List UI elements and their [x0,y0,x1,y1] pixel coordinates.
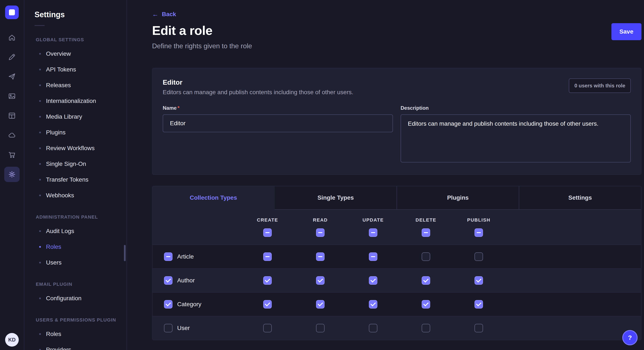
publish-checkbox[interactable] [474,252,483,261]
user-avatar[interactable]: KD [5,333,19,347]
description-field-label: Description [400,105,631,111]
nav-content-type-builder[interactable] [4,108,20,123]
app-window: KD Settings GLOBAL SETTINGS Overview API… [0,0,644,350]
tab-collection-types[interactable]: Collection Types [152,186,275,210]
bullet-icon [39,230,41,232]
delete-checkbox[interactable] [422,324,430,332]
create-checkbox[interactable] [263,324,272,332]
sidebar-item-label: Audit Logs [46,228,74,234]
update-checkbox[interactable] [369,252,377,261]
nav-marketplace[interactable] [4,147,20,163]
bullet-icon [39,53,41,55]
column-header-read: READ [294,217,347,223]
create-checkbox[interactable] [263,276,272,285]
content-type-label: Article [177,253,194,260]
sidebar-item-plugins[interactable]: Plugins [34,125,126,140]
content-type-label: User [177,325,190,332]
sidebar-item-label: Webhooks [46,192,74,199]
bullet-icon [39,116,41,118]
role-heading: Editor [163,78,353,86]
publish-checkbox[interactable] [474,300,483,309]
nav-settings[interactable] [4,167,20,182]
tab-settings[interactable]: Settings [519,186,641,210]
update-checkbox[interactable] [369,300,377,309]
bullet-icon [39,84,41,86]
page-title: Edit a role [152,23,252,38]
help-button[interactable]: ? [622,330,638,345]
update-checkbox[interactable] [369,324,377,332]
tab-single-types[interactable]: Single Types [275,186,397,210]
sidebar-item-audit-logs[interactable]: Audit Logs [34,223,126,239]
bullet-icon [39,246,41,248]
delete-checkbox[interactable] [422,252,430,261]
sidebar-item-label: Roles [46,243,61,250]
role-heading-description: Editors can manage and publish contents … [163,89,353,96]
select-all-read-checkbox[interactable] [316,228,324,237]
nav-home[interactable] [4,30,20,45]
users-with-role-badge[interactable]: 0 users with this role [569,78,631,93]
description-field-group: Description Editors can manage and publi… [400,105,631,164]
sidebar-item-providers[interactable]: Providers [34,342,126,350]
sidebar-item-label: API Tokens [46,66,76,73]
sidebar-scrollbar[interactable] [124,245,126,261]
permission-row-user: User [152,316,641,340]
sidebar-item-internationalization[interactable]: Internationalization [34,93,126,109]
role-description-textarea[interactable]: Editors can manage and publish contents … [400,114,631,163]
permission-row-author: Author [152,268,641,292]
sidebar-item-media-library[interactable]: Media Library [34,109,126,125]
read-checkbox[interactable] [316,252,324,261]
back-link[interactable]: ← Back [152,11,176,18]
sidebar-item-releases[interactable]: Releases [34,77,126,93]
select-all-update-checkbox[interactable] [369,228,377,237]
sidebar-item-label: Media Library [46,113,82,120]
select-all-create-checkbox[interactable] [263,228,272,237]
sidebar-item-api-tokens[interactable]: API Tokens [34,62,126,77]
bullet-icon [39,298,41,299]
nav-deploy[interactable] [4,69,20,84]
publish-checkbox[interactable] [474,276,483,285]
sidebar-item-users[interactable]: Users [34,255,126,270]
role-name-input[interactable] [163,114,393,132]
back-label: Back [162,11,176,18]
bullet-icon [39,333,41,335]
sidebar-item-transfer-tokens[interactable]: Transfer Tokens [34,172,126,187]
create-checkbox[interactable] [263,252,272,261]
strapi-logo[interactable] [5,5,19,19]
sidebar-item-review-workflows[interactable]: Review Workflows [34,140,126,156]
delete-checkbox[interactable] [422,300,430,309]
sidebar-item-label: Users [46,259,62,266]
row-select-checkbox[interactable] [164,252,172,261]
sidebar-item-configuration[interactable]: Configuration [34,291,126,306]
image-icon [8,92,16,100]
tab-plugins[interactable]: Plugins [397,186,519,210]
row-select-checkbox[interactable] [164,300,172,309]
sidebar-item-label: Overview [46,50,71,57]
select-all-publish-checkbox[interactable] [474,228,483,237]
sidebar-item-up-roles[interactable]: Roles [34,326,126,342]
pen-icon [8,53,16,61]
nav-media-library[interactable] [4,88,20,104]
select-all-delete-checkbox[interactable] [422,228,430,237]
read-checkbox[interactable] [316,276,324,285]
update-checkbox[interactable] [369,276,377,285]
row-select-checkbox[interactable] [164,276,172,285]
sidebar-item-roles[interactable]: Roles [34,239,126,255]
name-field-group: Name* [163,105,393,132]
publish-checkbox[interactable] [474,324,483,332]
cart-icon [8,151,16,159]
sidebar-item-webhooks[interactable]: Webhooks [34,187,126,203]
save-button[interactable]: Save [612,23,642,40]
read-checkbox[interactable] [316,324,324,332]
nav-content-manager[interactable] [4,49,20,65]
read-checkbox[interactable] [316,300,324,309]
create-checkbox[interactable] [263,300,272,309]
sidebar-item-overview[interactable]: Overview [34,46,126,62]
nav-cloud[interactable] [4,128,20,143]
sidebar-item-single-sign-on[interactable]: Single Sign-On [34,156,126,172]
bullet-icon [39,262,41,263]
delete-checkbox[interactable] [422,276,430,285]
settings-sidebar: Settings GLOBAL SETTINGS Overview API To… [24,0,127,350]
sidebar-item-label: Providers [46,347,71,350]
bullet-icon [39,179,41,180]
row-select-checkbox[interactable] [164,324,172,332]
